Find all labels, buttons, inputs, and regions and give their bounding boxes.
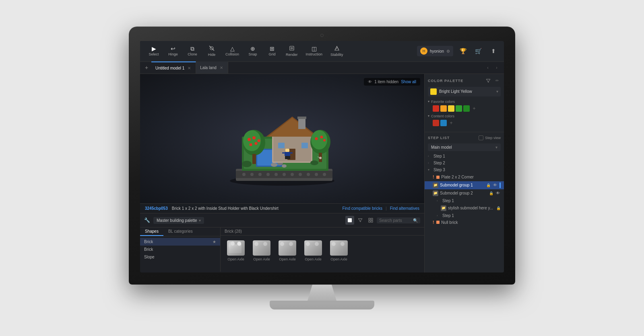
- add-favorite-color-button[interactable]: +: [471, 105, 477, 112]
- palette-filter-button[interactable]: [356, 216, 365, 225]
- color-filter-button[interactable]: [485, 77, 492, 84]
- select-icon: ▶: [152, 46, 156, 51]
- svg-point-11: [275, 173, 278, 176]
- favorite-color-5[interactable]: [463, 105, 470, 112]
- color-edit-button[interactable]: ✏: [493, 77, 501, 84]
- tool-hinge[interactable]: ↩ Hinge: [164, 44, 182, 58]
- tab-bl-categories[interactable]: BL categories: [163, 227, 198, 236]
- favorite-color-1[interactable]: [433, 105, 439, 112]
- color-palette-actions: ✏: [485, 77, 501, 84]
- svg-rect-58: [348, 218, 352, 222]
- instruction-icon: ◫: [312, 46, 317, 51]
- svg-point-37: [252, 136, 256, 139]
- svg-point-45: [320, 135, 323, 138]
- palette-dropdown[interactable]: Master building palette ▾: [153, 217, 204, 224]
- table-row[interactable]: Plate 2 x 2 Corner 👁 🗑: [425, 173, 504, 181]
- favorite-color-4[interactable]: [456, 105, 462, 112]
- show-all-button[interactable]: Show all: [401, 80, 416, 84]
- content-color-2[interactable]: [440, 120, 447, 126]
- tab-lalaland[interactable]: Lala land ✕: [196, 61, 228, 74]
- tab-model1[interactable]: Untitled model 1 ✕: [151, 61, 196, 74]
- find-alternatives-link[interactable]: Find alternatives: [390, 206, 419, 211]
- tool-hide[interactable]: Hide: [203, 44, 221, 58]
- brick-thumbnail: [279, 240, 296, 256]
- table-row[interactable]: › Step 1: [425, 212, 504, 219]
- step-visibility-button[interactable]: 👁: [492, 182, 498, 188]
- brick-item-label: Open Axle: [227, 257, 244, 261]
- content-color-1[interactable]: [433, 120, 439, 126]
- table-row[interactable]: Null brick: [425, 219, 504, 226]
- shape-brick-label: Brick: [144, 247, 153, 252]
- tool-instruction[interactable]: ◫ Instruction: [303, 44, 326, 58]
- shape-slope-label: Slope: [144, 255, 155, 259]
- favorite-color-3[interactable]: [448, 105, 454, 112]
- tab-lalaland-close[interactable]: ✕: [219, 65, 224, 70]
- favorite-colors-subsection: ▾ Favorite colors +: [428, 100, 501, 112]
- trophy-button[interactable]: 🏆: [457, 45, 469, 57]
- tab-add-button[interactable]: +: [142, 63, 151, 72]
- add-content-color-button[interactable]: +: [448, 120, 454, 126]
- tool-render[interactable]: Render: [283, 44, 301, 58]
- step-list-section: STEP LIST Step view Main model ▾: [425, 132, 504, 272]
- toolbar-right: H hyonion ⚙ 🏆 🛒 ⬆: [417, 45, 499, 57]
- table-row[interactable]: 📁 Submodel group 1 🔒 👁: [425, 181, 504, 189]
- list-item[interactable]: Open Axle: [275, 239, 299, 263]
- favorite-expand-arrow: ▾: [428, 100, 429, 103]
- tool-clone[interactable]: ⧉ Clone: [184, 44, 201, 58]
- svg-rect-60: [371, 218, 373, 220]
- table-row[interactable]: 📁 Submodel group 2 🔒 👁: [425, 189, 504, 197]
- step-hide-button[interactable]: 👁: [489, 174, 494, 180]
- step-view-checkbox[interactable]: [479, 135, 483, 140]
- table-row[interactable]: 📁 stylish submodel here y... 🔒: [425, 204, 504, 212]
- step-visibility-button[interactable]: 👁: [495, 191, 501, 196]
- search-box[interactable]: 🔍: [377, 217, 420, 223]
- svg-point-3: [291, 47, 293, 49]
- step-view-toggle[interactable]: Step view: [479, 135, 501, 140]
- tool-grid[interactable]: ⊞ Grid: [263, 44, 281, 58]
- tab-next-button[interactable]: ›: [493, 64, 501, 72]
- user-info[interactable]: H hyonion ⚙: [417, 46, 453, 56]
- svg-point-65: [231, 242, 235, 246]
- tab-model1-close[interactable]: ✕: [187, 66, 192, 71]
- tool-collision[interactable]: △ Collision: [222, 44, 242, 58]
- tab-prev-button[interactable]: ‹: [484, 64, 492, 72]
- folder-icon: 📁: [433, 191, 438, 196]
- model-dropdown[interactable]: Main model ▾: [428, 143, 501, 151]
- favorite-color-2[interactable]: [440, 105, 447, 112]
- color-selector[interactable]: Bright Light Yellow ▾: [428, 87, 501, 96]
- svg-point-53: [242, 161, 252, 167]
- search-input[interactable]: [379, 218, 411, 223]
- list-item[interactable]: Open Axle: [301, 239, 325, 263]
- find-compatible-bricks-link[interactable]: Find compatible bricks: [343, 206, 382, 211]
- tool-stability[interactable]: Stability: [327, 44, 347, 58]
- tool-select[interactable]: ▶ Select: [145, 44, 163, 58]
- list-item[interactable]: Open Axle: [224, 239, 248, 263]
- step-list-items: › Step 1 › Step 2 ▾: [425, 153, 504, 272]
- table-row[interactable]: › Step 1: [425, 197, 504, 204]
- step-label: Null brick: [441, 220, 501, 225]
- shape-item-brick[interactable]: Brick: [140, 246, 220, 253]
- tab-nav: ‹ ›: [484, 64, 504, 72]
- shape-item-brick-starred[interactable]: Brick ★: [140, 238, 220, 246]
- step-expand-icon: ›: [437, 214, 441, 217]
- svg-point-8: [250, 173, 254, 176]
- step-label: Step 3: [433, 168, 501, 172]
- table-row[interactable]: › Step 2: [425, 160, 504, 166]
- content-colors-header[interactable]: ▾ Content colors: [428, 114, 501, 118]
- cart-button[interactable]: 🛒: [473, 45, 484, 57]
- brick-links: Find compatible bricks | Find alternativ…: [343, 206, 419, 211]
- table-row[interactable]: ▾ Step 3: [425, 166, 504, 173]
- brick-item-label: Open Axle: [330, 257, 347, 261]
- svg-point-16: [315, 173, 318, 176]
- favorite-colors-header[interactable]: ▾ Favorite colors: [428, 100, 501, 104]
- tool-snap[interactable]: ⊕ Snap: [244, 44, 262, 58]
- list-item[interactable]: Open Axle: [327, 239, 351, 263]
- palette-grid-view-button[interactable]: [366, 216, 375, 225]
- tab-shapes[interactable]: Shapes: [140, 227, 163, 236]
- palette-white-view-button[interactable]: [345, 216, 354, 225]
- step-delete-button[interactable]: 🗑: [495, 174, 501, 180]
- table-row[interactable]: › Step 1: [425, 153, 504, 160]
- upload-button[interactable]: ⬆: [488, 45, 499, 57]
- list-item[interactable]: Open Axle: [250, 239, 274, 263]
- shape-item-slope[interactable]: Slope: [140, 253, 220, 261]
